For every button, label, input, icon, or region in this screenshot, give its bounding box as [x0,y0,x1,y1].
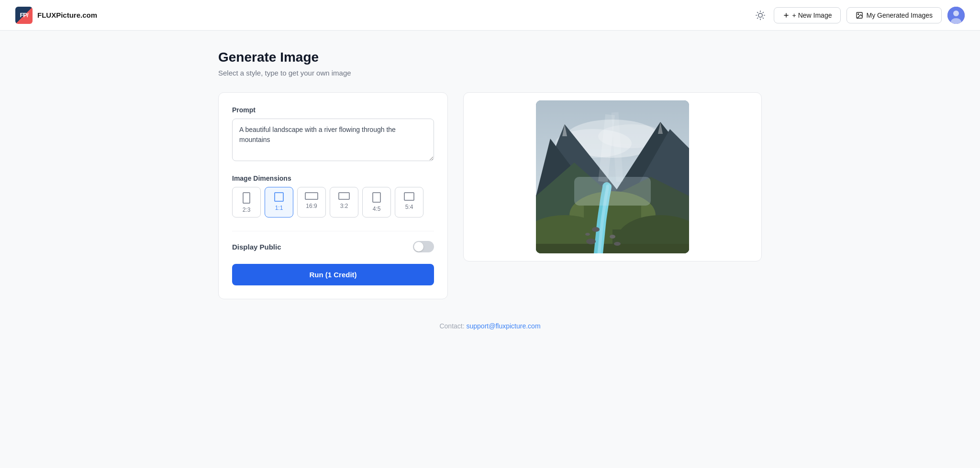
dimension-option-3-2[interactable]: 3:2 [330,187,358,218]
dimension-label-1-1: 1:1 [275,205,283,211]
run-button[interactable]: Run (1 Credit) [232,264,434,285]
logo-text: FLUXPicture.com [37,11,97,19]
svg-point-41 [586,239,596,244]
new-image-button[interactable]: + New Image [774,7,841,23]
svg-line-8 [763,12,763,12]
svg-rect-21 [404,193,414,200]
header-right: + New Image My Generated Images [753,7,965,24]
my-images-label: My Generated Images [866,11,933,19]
svg-point-12 [858,13,859,14]
svg-rect-16 [243,193,250,203]
svg-point-0 [758,13,762,17]
contact-email-link[interactable]: support@fluxpicture.com [466,322,540,330]
user-avatar[interactable] [947,7,965,24]
svg-line-3 [757,12,757,12]
prompt-label: Prompt [232,106,434,114]
page-subtitle: Select a style, type to get your own ima… [218,69,762,77]
image-panel [463,92,762,261]
dimension-label-5-4: 5:4 [405,204,413,210]
logo-area: FP/ FLUXPicture.com [15,7,97,24]
page-title: Generate Image [218,50,762,65]
svg-rect-18 [305,193,318,199]
svg-point-43 [585,233,590,236]
avatar-image [947,7,965,24]
footer: Contact: support@fluxpicture.com [218,322,762,330]
display-public-label: Display Public [232,243,281,251]
theme-toggle-button[interactable] [753,8,768,23]
images-icon [856,11,863,19]
new-image-label: + New Image [792,11,832,19]
dimension-icon-5-4 [404,192,414,201]
main-content: Generate Image Select a style, type to g… [203,31,777,349]
dimensions-label: Image Dimensions [232,174,434,182]
display-public-toggle[interactable] [413,241,434,252]
dimension-option-4-5[interactable]: 4:5 [362,187,391,218]
svg-line-7 [757,18,757,18]
dimension-label-2-3: 2:3 [243,207,251,213]
svg-rect-38 [536,244,689,253]
svg-rect-20 [373,193,380,202]
dimension-icon-4-5 [372,192,381,203]
dimension-option-2-3[interactable]: 2:3 [232,187,261,218]
svg-rect-19 [339,193,349,199]
dimension-label-16-9: 16:9 [306,203,317,209]
plus-icon [783,12,790,19]
logo-icon: FP/ [15,7,33,24]
dimension-option-16-9[interactable]: 16:9 [297,187,326,218]
sun-icon [756,11,765,20]
form-panel: Prompt Image Dimensions 2:3 [218,92,448,299]
header: FP/ FLUXPicture.com + New Image [0,0,980,31]
dimension-option-5-4[interactable]: 5:4 [395,187,423,218]
landscape-svg [536,100,689,253]
dimension-label-4-5: 4:5 [373,206,381,212]
svg-point-39 [592,227,600,232]
svg-point-42 [614,242,621,246]
prompt-input[interactable] [232,119,434,161]
contact-text: Contact: [439,322,464,330]
dimension-icon-3-2 [338,192,350,200]
content-grid: Prompt Image Dimensions 2:3 [218,92,762,299]
dimension-icon-1-1 [274,192,284,202]
dimensions-grid: 2:3 1:1 16:9 [232,187,434,218]
svg-point-14 [953,11,959,16]
generated-image [536,100,689,253]
dimension-icon-2-3 [243,192,250,204]
dimension-option-1-1[interactable]: 1:1 [265,187,293,218]
svg-point-40 [610,235,615,239]
toggle-knob [414,242,423,251]
svg-rect-46 [574,177,651,206]
public-section: Display Public [232,231,434,252]
dimensions-section: Image Dimensions 2:3 1:1 [232,174,434,218]
svg-rect-17 [275,193,283,201]
my-generated-images-button[interactable]: My Generated Images [846,7,942,23]
svg-line-4 [763,18,763,18]
dimension-label-3-2: 3:2 [340,203,348,209]
dimension-icon-16-9 [305,192,318,200]
